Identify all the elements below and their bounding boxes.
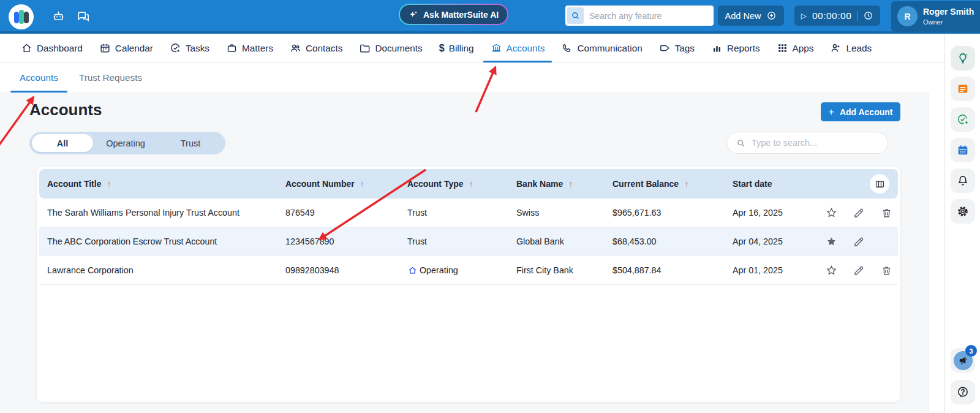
- nav-item-tags[interactable]: Tags: [659, 34, 695, 63]
- subtab-accounts[interactable]: Accounts: [20, 63, 58, 93]
- table-row[interactable]: Lawrance Corporation 09892803948 Operati…: [39, 256, 898, 285]
- column-account-number[interactable]: Account Number ↑: [285, 179, 407, 189]
- task-check-plus-icon[interactable]: [951, 107, 975, 132]
- subtab-trust-requests[interactable]: Trust Requests: [79, 63, 142, 93]
- column-account-title[interactable]: Account Title ↑: [39, 179, 285, 189]
- nav-item-dashboard[interactable]: Dashboard: [21, 34, 83, 63]
- table-row[interactable]: The ABC Corporation Escrow Trust Account…: [39, 227, 898, 256]
- sort-asc-icon[interactable]: ↑: [469, 179, 473, 189]
- sort-asc-icon[interactable]: ↑: [107, 179, 111, 189]
- filter-trust[interactable]: Trust: [158, 134, 223, 152]
- accounts-table: Account Title ↑ Account Number ↑ Account…: [37, 167, 900, 402]
- column-bank-name[interactable]: Bank Name ↑: [516, 179, 612, 189]
- check-circle-icon: [170, 42, 181, 54]
- edit-pencil-icon[interactable]: [853, 206, 865, 219]
- announcements-megaphone-icon[interactable]: 3: [951, 348, 975, 373]
- nav-label: Tags: [675, 43, 695, 54]
- feature-search-input[interactable]: [589, 11, 712, 21]
- notes-icon[interactable]: [951, 77, 975, 101]
- ask-ai-label: Ask MatterSuite AI: [423, 10, 499, 20]
- nav-item-matters[interactable]: Matters: [226, 34, 273, 63]
- subtab-label: Trust Requests: [79, 72, 142, 83]
- help-question-icon[interactable]: [951, 380, 975, 404]
- sort-asc-icon[interactable]: ↑: [360, 179, 364, 189]
- nav-item-accounts[interactable]: Accounts: [491, 34, 545, 63]
- search-icon: [736, 138, 746, 148]
- nav-label: Leads: [846, 43, 872, 54]
- cell-account-title: The ABC Corporation Escrow Trust Account: [39, 237, 285, 246]
- column-current-balance[interactable]: Current Balance ↑: [612, 179, 733, 189]
- filter-label: Trust: [181, 138, 201, 148]
- nav-item-apps[interactable]: Apps: [777, 34, 814, 63]
- column-start-date[interactable]: Start date: [733, 179, 812, 189]
- nav-item-calendar[interactable]: Calendar: [99, 34, 153, 63]
- calendar-icon[interactable]: [951, 138, 975, 162]
- bell-icon[interactable]: [951, 169, 975, 193]
- nav-label: Calendar: [115, 43, 153, 54]
- accounts-page: Accounts + Add Account All Operating Tru…: [0, 93, 928, 413]
- column-label: Start date: [733, 179, 772, 189]
- feature-search[interactable]: [565, 6, 714, 26]
- play-icon[interactable]: ▷: [801, 12, 807, 20]
- nav-item-documents[interactable]: Documents: [359, 34, 422, 63]
- plus-circle-icon: [766, 10, 777, 21]
- table-search[interactable]: [726, 132, 888, 154]
- scrollbar-gutter[interactable]: [928, 93, 944, 413]
- column-settings-icon[interactable]: [870, 174, 889, 194]
- column-label: Account Type: [407, 179, 464, 189]
- cell-account-number: 876549: [285, 208, 407, 218]
- sort-asc-icon[interactable]: ↑: [568, 179, 573, 189]
- accounts-subtabs: Accounts Trust Requests: [0, 63, 944, 93]
- cell-bank-name: Swiss: [516, 208, 612, 218]
- add-account-button[interactable]: + Add Account: [821, 102, 900, 121]
- add-new-button[interactable]: Add New: [718, 6, 784, 26]
- plus-icon: +: [829, 107, 834, 118]
- delete-trash-icon[interactable]: [880, 264, 893, 277]
- edit-pencil-icon[interactable]: [853, 264, 865, 277]
- nav-item-tasks[interactable]: Tasks: [170, 34, 209, 63]
- ai-insight-bulb-icon[interactable]: [951, 46, 975, 70]
- sort-asc-icon[interactable]: ↑: [684, 179, 688, 189]
- timer-widget[interactable]: ▷ 00:00:00: [794, 6, 880, 26]
- filter-operating[interactable]: Operating: [93, 134, 158, 152]
- nav-item-leads[interactable]: Leads: [830, 34, 872, 63]
- nav-item-billing[interactable]: $ Billing: [439, 34, 474, 63]
- grid-icon: [777, 42, 788, 54]
- filter-all[interactable]: All: [32, 134, 93, 152]
- column-label: Current Balance: [612, 179, 679, 189]
- subtab-label: Accounts: [20, 72, 58, 83]
- gear-icon[interactable]: [951, 199, 975, 224]
- nav-item-contacts[interactable]: Contacts: [290, 34, 342, 63]
- table-search-input[interactable]: [752, 138, 880, 148]
- star-icon[interactable]: [825, 206, 838, 219]
- column-account-type[interactable]: Account Type ↑: [407, 179, 516, 189]
- table-header-row: Account Title ↑ Account Number ↑ Account…: [39, 169, 898, 199]
- ai-bot-icon[interactable]: [51, 9, 66, 23]
- nav-label: Dashboard: [37, 43, 83, 54]
- star-filled-icon[interactable]: [825, 235, 838, 248]
- nav-item-communication[interactable]: Communication: [561, 34, 642, 63]
- nav-label: Matters: [242, 43, 273, 54]
- phone-icon: [561, 42, 573, 54]
- bar-chart-icon: [711, 42, 723, 54]
- edit-pencil-icon[interactable]: [853, 235, 865, 248]
- table-row[interactable]: The Sarah Williams Personal Injury Trust…: [39, 199, 898, 227]
- ask-ai-button[interactable]: Ask MatterSuite AI: [399, 4, 508, 25]
- filter-label: Operating: [106, 138, 145, 148]
- bank-icon: [491, 42, 502, 54]
- nav-label: Tasks: [186, 43, 209, 54]
- nav-label: Apps: [793, 43, 814, 54]
- star-icon[interactable]: [825, 264, 838, 277]
- calendar-icon: [99, 42, 111, 54]
- chat-icon[interactable]: [76, 9, 90, 23]
- delete-trash-icon[interactable]: [880, 206, 893, 219]
- clock-icon[interactable]: [863, 10, 873, 21]
- nav-item-reports[interactable]: Reports: [711, 34, 760, 63]
- timer-divider: [857, 11, 858, 21]
- notification-badge: 3: [965, 345, 977, 357]
- mattersuite-logo[interactable]: [9, 4, 34, 29]
- user-name: Roger Smith: [923, 7, 974, 17]
- user-profile[interactable]: R Roger Smith Owner: [891, 1, 980, 32]
- right-rail: 3: [944, 34, 980, 413]
- timer-value: 00:00:00: [812, 10, 851, 21]
